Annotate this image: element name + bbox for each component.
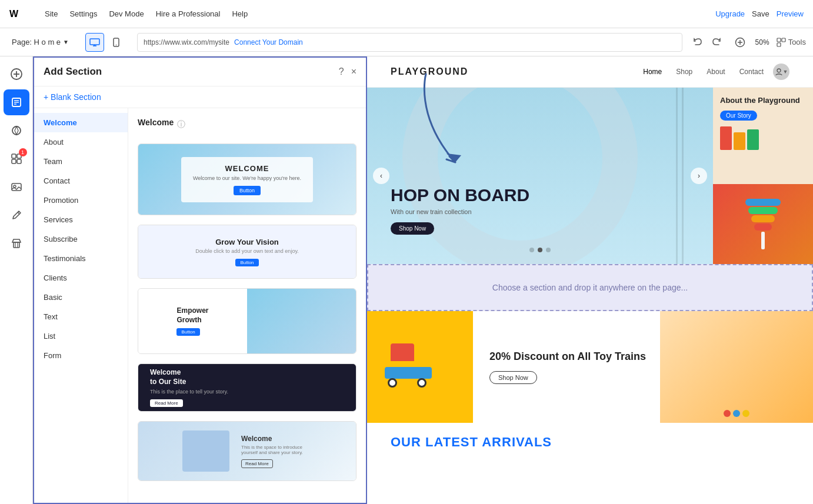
carousel-dot bbox=[529, 248, 534, 252]
template-body: Double click to add your own text and en… bbox=[195, 248, 298, 254]
site-nav-home[interactable]: Home bbox=[643, 68, 662, 76]
category-item-contact[interactable]: Contact bbox=[34, 171, 128, 191]
nav-hire[interactable]: Hire a Professional bbox=[156, 9, 221, 18]
store-icon bbox=[11, 238, 22, 249]
promo-shop-btn[interactable]: Shop Now bbox=[489, 371, 537, 384]
category-item-subscribe[interactable]: Subscribe bbox=[34, 229, 128, 249]
site-nav-shop[interactable]: Shop bbox=[676, 68, 692, 76]
svg-rect-11 bbox=[777, 43, 781, 46]
carousel-dots bbox=[529, 248, 551, 252]
save-button[interactable]: Save bbox=[752, 9, 769, 18]
template-card-welcome2[interactable]: Welcome This is the space to introduce y… bbox=[138, 421, 356, 481]
pen-icon bbox=[11, 209, 22, 221]
category-item-list[interactable]: List bbox=[34, 326, 128, 346]
template-heading: Welcometo Our Site bbox=[150, 368, 228, 386]
panel-body: Welcome About Team Contact Promotion Ser… bbox=[34, 108, 366, 503]
nav-help[interactable]: Help bbox=[232, 9, 248, 18]
svg-point-5 bbox=[115, 44, 116, 45]
svg-point-19 bbox=[12, 126, 21, 135]
panel-help-button[interactable]: ? bbox=[339, 66, 344, 77]
category-item-about[interactable]: About bbox=[34, 132, 128, 152]
site-nav-about[interactable]: About bbox=[707, 68, 725, 76]
category-item-form[interactable]: Form bbox=[34, 346, 128, 365]
template-card-dark[interactable]: Welcometo Our Site This is the place to … bbox=[138, 363, 356, 412]
undo-redo-group bbox=[689, 34, 725, 51]
sidebar-pages-btn[interactable] bbox=[4, 89, 29, 115]
category-item-team[interactable]: Team bbox=[34, 152, 128, 171]
template-button: Read More bbox=[241, 459, 273, 468]
site-logo: PLAYGROUND bbox=[391, 66, 468, 77]
hero-next-btn[interactable]: › bbox=[691, 168, 707, 184]
template-preview-empower: EmpowerGrowth Button bbox=[138, 289, 356, 353]
sidebar-add-btn[interactable] bbox=[4, 61, 29, 87]
tools-button[interactable]: Tools bbox=[777, 38, 806, 47]
sidebar-design-btn[interactable] bbox=[4, 118, 29, 143]
hero-side-title: About the Playground bbox=[720, 96, 806, 106]
template-card-grow[interactable]: Grow Your Vision Double click to add you… bbox=[138, 225, 356, 279]
site-nav-links: Home Shop About Contact bbox=[643, 68, 764, 76]
template-card-welcome-sky[interactable]: WELCOME Welcome to our site. We're happy… bbox=[138, 143, 356, 215]
template-left: EmpowerGrowth Button bbox=[138, 289, 247, 353]
svg-text:W: W bbox=[9, 9, 19, 18]
site-nav-contact[interactable]: Contact bbox=[739, 68, 764, 76]
media-icon bbox=[11, 181, 22, 193]
undo-button[interactable] bbox=[689, 34, 706, 51]
zoom-level: 50% bbox=[755, 38, 769, 46]
category-item-clients[interactable]: Clients bbox=[34, 268, 128, 288]
hero-prev-btn[interactable]: ‹ bbox=[373, 168, 389, 184]
svg-line-26 bbox=[18, 212, 19, 214]
template-button: Button bbox=[234, 186, 261, 195]
template-heading: Welcome bbox=[241, 435, 312, 443]
category-item-text[interactable]: Text bbox=[34, 307, 128, 326]
add-circle-button[interactable] bbox=[732, 34, 748, 51]
sidebar-pen-btn[interactable] bbox=[4, 202, 29, 228]
top-nav-right: Upgrade Save Preview bbox=[715, 9, 804, 18]
hero-side-toys bbox=[713, 184, 813, 264]
template-button: Button bbox=[235, 259, 258, 266]
device-buttons bbox=[85, 33, 125, 52]
template-card-empower[interactable]: EmpowerGrowth Button bbox=[138, 288, 356, 354]
promo-content: 20% Discount on All Toy Trains Shop Now bbox=[473, 311, 813, 423]
our-story-button[interactable]: Our Story bbox=[720, 111, 757, 121]
svg-point-25 bbox=[14, 185, 16, 188]
category-item-services[interactable]: Services bbox=[34, 210, 128, 229]
tools-label: Tools bbox=[788, 38, 806, 46]
desktop-device-btn[interactable] bbox=[85, 33, 104, 52]
drop-zone[interactable]: Choose a section and drop it anywhere on… bbox=[367, 264, 813, 311]
hero-title: HOP ON BOARD bbox=[391, 185, 529, 205]
site-nav-user[interactable]: ▼ bbox=[773, 64, 789, 80]
site-hero-section: HOP ON BOARD With our new train collecti… bbox=[367, 88, 813, 264]
upgrade-button[interactable]: Upgrade bbox=[715, 9, 745, 18]
panel-header-actions: ? × bbox=[339, 66, 356, 77]
panel-close-button[interactable]: × bbox=[351, 66, 356, 77]
hero-shop-btn[interactable]: Shop Now bbox=[391, 222, 434, 235]
category-item-promotion[interactable]: Promotion bbox=[34, 191, 128, 210]
template-body: This is the place to tell your story. bbox=[150, 389, 228, 395]
pages-icon bbox=[11, 96, 22, 108]
mobile-device-btn[interactable] bbox=[106, 33, 125, 52]
connect-domain-link[interactable]: Connect Your Domain bbox=[234, 38, 303, 46]
sidebar-media-btn[interactable] bbox=[4, 174, 29, 200]
page-label: Page: H o m e bbox=[12, 38, 61, 46]
nav-site[interactable]: Site bbox=[45, 9, 58, 18]
category-item-basic[interactable]: Basic bbox=[34, 288, 128, 307]
preview-button[interactable]: Preview bbox=[777, 9, 804, 18]
page-selector[interactable]: Page: H o m e ▼ bbox=[7, 35, 74, 49]
template-preview-welcome: WELCOME Welcome to our site. We're happy… bbox=[138, 144, 356, 215]
sidebar-apps-btn[interactable]: 1 bbox=[4, 146, 29, 172]
toolbar-row: Page: H o m e ▼ https://www.wix.com/mysi… bbox=[0, 28, 813, 56]
nav-devmode[interactable]: Dev Mode bbox=[109, 9, 144, 18]
template-content: Welcome This is the space to introduce y… bbox=[241, 435, 312, 468]
template-button: Read More bbox=[150, 399, 183, 407]
undo-icon bbox=[693, 38, 702, 47]
template-preview-dark: Welcometo Our Site This is the place to … bbox=[138, 364, 356, 411]
nav-settings[interactable]: Settings bbox=[69, 9, 97, 18]
template-right bbox=[247, 289, 356, 353]
sidebar-store-btn[interactable] bbox=[4, 231, 29, 256]
redo-button[interactable] bbox=[708, 34, 725, 51]
url-bar[interactable]: https://www.wix.com/mysite Connect Your … bbox=[137, 33, 682, 52]
category-item-welcome[interactable]: Welcome bbox=[34, 113, 128, 132]
arrivals-title: OUR LATEST ARRIVALS bbox=[391, 435, 789, 450]
category-item-testimonials[interactable]: Testimonials bbox=[34, 249, 128, 268]
blank-section-button[interactable]: + Blank Section bbox=[34, 86, 366, 108]
